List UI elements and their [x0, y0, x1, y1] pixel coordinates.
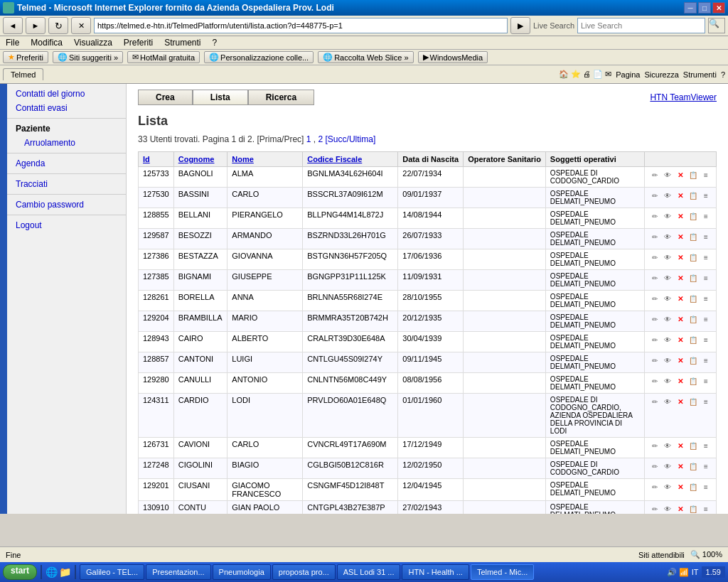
doc-icon[interactable]: 📋 [687, 210, 699, 222]
search-input[interactable] [577, 18, 705, 33]
delete-icon[interactable]: ✕ [675, 481, 686, 492]
list-icon[interactable]: ≡ [700, 313, 712, 325]
view-icon[interactable]: 👁 [662, 210, 673, 222]
delete-icon[interactable]: ✕ [675, 440, 686, 451]
address-input[interactable] [94, 18, 508, 33]
view-icon[interactable]: 👁 [662, 460, 673, 472]
list-icon[interactable]: ≡ [700, 460, 712, 472]
edit-icon[interactable]: ✏ [649, 375, 660, 387]
sort-cf[interactable]: Codice Fiscale [307, 155, 362, 163]
delete-icon[interactable]: ✕ [675, 252, 686, 263]
sort-nome[interactable]: Nome [232, 155, 254, 163]
lista-button[interactable]: Lista [193, 90, 248, 105]
sidebar-item-logout[interactable]: Logout [7, 218, 126, 232]
edit-icon[interactable]: ✏ [649, 313, 660, 325]
edit-icon[interactable]: ✏ [649, 272, 660, 284]
pagina-menu[interactable]: Pagina [616, 70, 640, 79]
delete-icon[interactable]: ✕ [675, 503, 686, 514]
doc-icon[interactable]: 📋 [687, 313, 699, 325]
edit-icon[interactable]: ✏ [649, 355, 660, 366]
delete-icon[interactable]: ✕ [675, 210, 686, 222]
doc-icon[interactable]: 📋 [687, 396, 699, 407]
edit-icon[interactable]: ✏ [649, 169, 660, 180]
stop-button[interactable]: ✕ [71, 17, 91, 34]
doc-icon[interactable]: 📋 [687, 375, 699, 387]
edit-icon[interactable]: ✏ [649, 190, 660, 201]
doc-icon[interactable]: 📋 [687, 169, 699, 180]
go-button[interactable]: ▶ [510, 17, 530, 34]
delete-icon[interactable]: ✕ [675, 355, 686, 366]
taskbar-item[interactable]: Presentazion... [146, 564, 210, 580]
list-icon[interactable]: ≡ [700, 440, 712, 451]
quick-launch-ie[interactable]: 🌐 [46, 566, 58, 578]
doc-icon[interactable]: 📋 [687, 440, 699, 451]
sidebar-item-arruolamento[interactable]: Arruolamento [7, 136, 126, 150]
list-icon[interactable]: ≡ [700, 481, 712, 492]
crea-button[interactable]: Crea [138, 90, 193, 105]
taskbar-item[interactable]: ASL Lodi 31 ... [337, 564, 401, 580]
edit-icon[interactable]: ✏ [649, 231, 660, 242]
list-icon[interactable]: ≡ [700, 252, 712, 263]
sidebar-item-cambio-password[interactable]: Cambio password [7, 198, 126, 212]
search-button[interactable]: 🔍 [708, 18, 725, 33]
back-button[interactable]: ◄ [3, 17, 23, 34]
menu-visualizza[interactable]: Visualizza [74, 38, 112, 48]
delete-icon[interactable]: ✕ [675, 396, 686, 407]
edit-icon[interactable]: ✏ [649, 440, 660, 451]
list-icon[interactable]: ≡ [700, 293, 712, 304]
doc-icon[interactable]: 📋 [687, 355, 699, 366]
delete-icon[interactable]: ✕ [675, 231, 686, 242]
view-icon[interactable]: 👁 [662, 231, 673, 242]
delete-icon[interactable]: ✕ [675, 334, 686, 345]
doc-icon[interactable]: 📋 [687, 503, 699, 514]
view-icon[interactable]: 👁 [662, 481, 673, 492]
view-icon[interactable]: 👁 [662, 272, 673, 284]
ricerca-button[interactable]: Ricerca [248, 90, 314, 105]
edit-icon[interactable]: ✏ [649, 396, 660, 407]
view-icon[interactable]: 👁 [662, 190, 673, 201]
list-icon[interactable]: ≡ [700, 169, 712, 180]
list-icon[interactable]: ≡ [700, 190, 712, 201]
view-icon[interactable]: 👁 [662, 440, 673, 451]
menu-file[interactable]: File [6, 38, 19, 48]
doc-icon[interactable]: 📋 [687, 334, 699, 345]
succ-ultima-link[interactable]: [Succ/Ultima] [326, 134, 376, 144]
list-icon[interactable]: ≡ [700, 334, 712, 345]
sidebar-item-contatti-giorno[interactable]: Contatti del giorno [7, 87, 126, 101]
delete-icon[interactable]: ✕ [675, 375, 686, 387]
list-icon[interactable]: ≡ [700, 396, 712, 407]
bookmark-raccolta[interactable]: 🌐 Raccolta Web Slice » [318, 51, 413, 63]
browser-tab[interactable]: Telmed [3, 68, 43, 80]
view-icon[interactable]: 👁 [662, 503, 673, 514]
doc-icon[interactable]: 📋 [687, 190, 699, 201]
sort-cognome[interactable]: Cognome [178, 155, 215, 163]
sidebar-item-tracciati[interactable]: Tracciati [7, 177, 126, 191]
page-2-link[interactable]: 2 [318, 134, 323, 144]
menu-help[interactable]: ? [213, 38, 218, 48]
list-icon[interactable]: ≡ [700, 375, 712, 387]
doc-icon[interactable]: 📋 [687, 272, 699, 284]
list-icon[interactable]: ≡ [700, 210, 712, 222]
menu-strumenti[interactable]: Strumenti [164, 38, 200, 48]
taskbar-item[interactable]: Pneumologia [213, 564, 271, 580]
delete-icon[interactable]: ✕ [675, 190, 686, 201]
bookmark-windows-media[interactable]: ▶ WindowsMedia [418, 51, 488, 63]
delete-icon[interactable]: ✕ [675, 460, 686, 472]
edit-icon[interactable]: ✏ [649, 503, 660, 514]
doc-icon[interactable]: 📋 [687, 293, 699, 304]
refresh-button[interactable]: ↻ [48, 17, 68, 34]
view-icon[interactable]: 👁 [662, 313, 673, 325]
htn-teamviewer-link[interactable]: HTN TeamViewer [650, 92, 717, 102]
sort-id[interactable]: Id [143, 155, 150, 163]
maximize-button[interactable]: □ [698, 2, 711, 14]
edit-icon[interactable]: ✏ [649, 210, 660, 222]
view-icon[interactable]: 👁 [662, 375, 673, 387]
close-button[interactable]: ✕ [712, 2, 725, 14]
list-icon[interactable]: ≡ [700, 272, 712, 284]
edit-icon[interactable]: ✏ [649, 252, 660, 263]
sicurezza-menu[interactable]: Sicurezza [645, 70, 679, 79]
view-icon[interactable]: 👁 [662, 355, 673, 366]
view-icon[interactable]: 👁 [662, 169, 673, 180]
minimize-button[interactable]: ─ [684, 2, 697, 14]
delete-icon[interactable]: ✕ [675, 169, 686, 180]
